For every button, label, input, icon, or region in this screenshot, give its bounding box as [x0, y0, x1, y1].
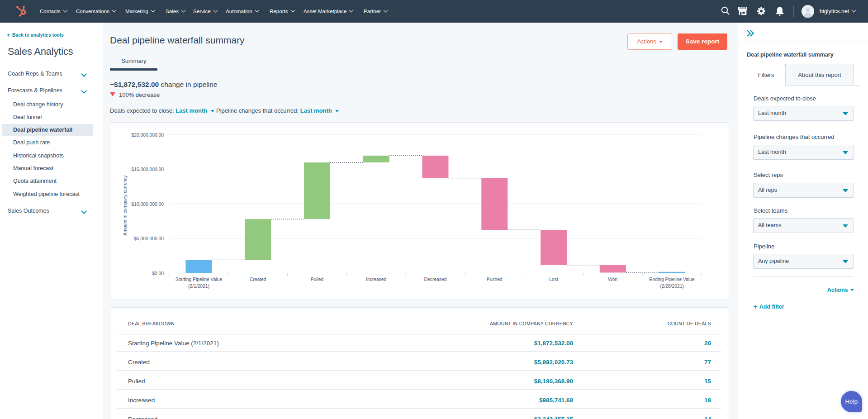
svg-text:Decreased: Decreased — [424, 277, 447, 282]
svg-text:Pulled: Pulled — [311, 277, 324, 282]
svg-text:$5,000,000.00: $5,000,000.00 — [134, 236, 164, 241]
svg-text:Pushed: Pushed — [487, 277, 503, 282]
svg-text:(2/28/2021): (2/28/2021) — [660, 284, 684, 289]
svg-text:$0.00: $0.00 — [152, 271, 164, 276]
svg-text:Increased: Increased — [366, 277, 386, 282]
svg-text:Won: Won — [608, 277, 617, 282]
svg-text:Starting Pipeline Value: Starting Pipeline Value — [175, 277, 223, 282]
svg-text:$20,000,000.00: $20,000,000.00 — [131, 133, 164, 138]
svg-text:(2/1/2021): (2/1/2021) — [188, 284, 209, 289]
svg-text:Ending Pipeline Value: Ending Pipeline Value — [650, 277, 695, 282]
svg-text:Amount in company currency: Amount in company currency — [123, 175, 128, 235]
svg-text:$10,000,000.00: $10,000,000.00 — [131, 202, 164, 207]
svg-text:Lost: Lost — [549, 277, 558, 282]
svg-text:$15,000,000.00: $15,000,000.00 — [131, 167, 164, 172]
svg-text:Created: Created — [250, 277, 266, 282]
